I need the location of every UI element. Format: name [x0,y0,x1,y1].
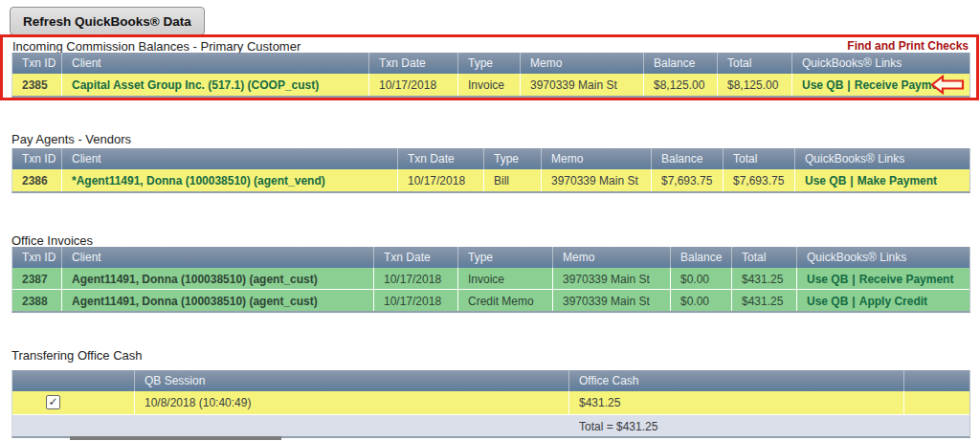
cell-office-cash: $431.25 [569,391,904,414]
cell-txn-id: 2386 [12,169,62,191]
column-header-qb-links: QuickBooks® Links [797,247,969,268]
cell-qb-links: Use QB|Make Payment [795,169,969,191]
column-header-client: Client [62,247,374,268]
table-header-row: Txn ID Client Txn Date Type Memo Balance… [12,53,969,74]
column-header-txn-id: Txn ID [12,148,62,169]
refresh-quickbooks-data-button[interactable]: Refresh QuickBooks® Data [10,7,205,35]
table-row: 2387 Agent11491, Donna (100038510) (agen… [12,268,969,290]
link-separator: | [846,174,857,187]
red-arrow-icon [930,75,965,95]
cell-txn-date: 10/17/2018 [374,268,458,289]
column-header-office-cash: Office Cash [569,370,904,391]
column-header-type: Type [458,247,553,268]
table-footer-total: Total = $431.25 [12,414,969,436]
cell-total: $7,693.75 [724,169,795,191]
cell-type: Invoice [458,74,521,96]
office-invoices-table: Txn ID Client Txn Date Type Memo Balance… [11,247,970,313]
qb-commission-page: Refresh QuickBooks® Data Incoming Commis… [0,0,980,441]
cell-balance: $0.00 [671,290,732,311]
cell-blank [904,391,969,414]
receive-payment-link[interactable]: Receive Payment [859,273,954,286]
pay-agents-section: Pay Agents - Vendors Txn ID Client Txn D… [0,128,980,195]
column-header-select [12,370,135,391]
link-separator: | [848,295,858,308]
column-header-type: Type [458,53,521,74]
cell-client: Agent11491, Donna (100038510) (agent_cus… [62,290,374,311]
cell-txn-id: 2385 [12,74,62,96]
cell-select: ✓ [12,391,135,414]
link-separator: | [848,273,858,286]
column-header-memo: Memo [553,247,671,268]
table-row: 2386 *Agent11491, Donna (100038510) (age… [12,169,969,191]
table-header-row: Txn ID Client Txn Date Type Memo Balance… [12,148,969,169]
transfer-cash-table: QB Session Office Cash ✓ 10/8/2018 (10:4… [11,370,970,438]
link-separator: | [843,78,854,92]
cell-memo: 3970339 Main St [521,74,644,96]
cell-client: Agent11491, Donna (100038510) (agent_cus… [62,268,374,289]
column-header-blank [904,370,969,391]
cell-qb-session: 10/8/2018 (10:40:49) [135,391,569,414]
cell-txn-date: 10/17/2018 [369,74,458,96]
column-header-balance: Balance [652,148,724,169]
column-header-memo: Memo [542,148,652,169]
table-row: 2385 Capital Asset Group Inc. (517.1) (C… [12,74,969,96]
cell-qb-links: Use QB|Apply Credit [797,290,969,311]
cell-total: $8,125.00 [718,74,792,96]
cell-total: $431.25 [732,290,797,311]
column-header-txn-id: Txn ID [12,53,62,74]
cutoff-element-top-edge [70,436,281,440]
cell-balance: $8,125.00 [644,74,718,96]
cell-type: Invoice [458,268,553,289]
incoming-section-title: Incoming Commission Balances - Primary C… [12,39,301,54]
transfer-office-cash-section: Transfering Office Cash QB Session Offic… [0,344,980,440]
cell-balance: $7,693.75 [652,169,724,191]
cell-txn-date: 10/17/2018 [398,169,484,191]
apply-credit-link[interactable]: Apply Credit [859,295,927,308]
make-payment-link[interactable]: Make Payment [858,174,937,187]
use-qb-link[interactable]: Use QB [805,174,846,187]
cell-client: *Agent11491, Donna (100038510) (agent_ve… [62,169,398,191]
pay-agents-section-title: Pay Agents - Vendors [11,132,131,146]
session-checkbox[interactable]: ✓ [46,395,60,409]
column-header-txn-date: Txn Date [369,53,458,74]
cell-balance: $0.00 [671,268,732,289]
cell-memo: 3970339 Main St [553,290,671,311]
use-qb-link[interactable]: Use QB [807,273,848,286]
cell-txn-date: 10/17/2018 [374,290,458,311]
column-header-balance: Balance [644,53,718,74]
cell-txn-id: 2388 [12,290,62,311]
cell-txn-id: 2387 [12,268,62,289]
column-header-txn-id: Txn ID [12,247,62,268]
column-header-balance: Balance [671,247,732,268]
column-header-txn-date: Txn Date [374,247,458,268]
pay-agents-table: Txn ID Client Txn Date Type Memo Balance… [11,148,970,193]
office-invoices-section: Office Invoices Txn ID Client Txn Date T… [0,230,980,316]
column-header-total: Total [724,148,795,169]
column-header-memo: Memo [521,53,644,74]
find-and-print-checks-link[interactable]: Find and Print Checks [847,39,969,53]
column-header-txn-date: Txn Date [398,148,484,169]
column-header-total: Total [732,247,797,268]
cell-type: Credit Memo [458,290,553,311]
column-header-total: Total [718,53,792,74]
use-qb-link[interactable]: Use QB [802,78,843,92]
column-header-qb-links: QuickBooks® Links [792,53,969,74]
cell-qb-links: Use QB|Receive Payment [792,74,969,96]
use-qb-link[interactable]: Use QB [807,295,848,308]
column-header-qb-session: QB Session [135,370,569,391]
column-header-type: Type [484,148,542,169]
cell-client: Capital Asset Group Inc. (517.1) (COOP_c… [62,74,369,96]
column-header-client: Client [62,148,398,169]
transfer-cash-section-title: Transfering Office Cash [11,348,143,363]
cell-total: $431.25 [732,268,797,289]
table-row: 2388 Agent11491, Donna (100038510) (agen… [12,290,969,311]
incoming-commission-table: Txn ID Client Txn Date Type Memo Balance… [11,53,970,98]
cell-memo: 3970339 Main St [553,268,671,289]
table-header-row: QB Session Office Cash [12,370,969,391]
office-invoices-section-title: Office Invoices [11,233,93,248]
column-header-client: Client [62,53,369,74]
table-header-row: Txn ID Client Txn Date Type Memo Balance… [12,247,969,268]
column-header-qb-links: QuickBooks® Links [795,148,969,169]
table-row: ✓ 10/8/2018 (10:40:49) $431.25 [12,391,969,414]
cell-memo: 3970339 Main St [542,169,652,191]
